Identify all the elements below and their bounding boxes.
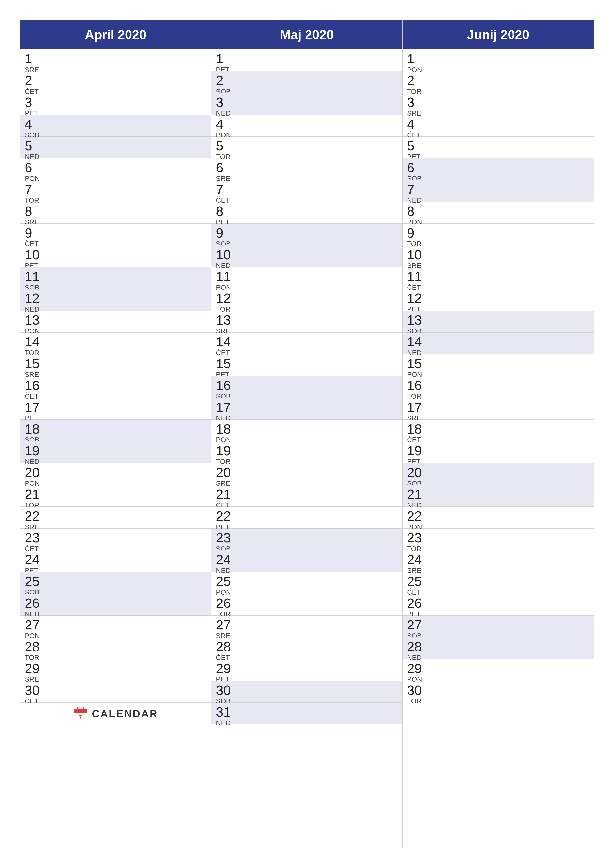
day-row: 6PON xyxy=(20,158,211,180)
day-number: 23 xyxy=(216,531,236,544)
day-number: 3 xyxy=(25,96,45,109)
month-header-junij: Junij 2020 xyxy=(403,20,594,50)
day-number: 15 xyxy=(216,357,236,370)
day-row: 4PON xyxy=(211,115,402,136)
day-row: 19NED xyxy=(20,442,211,463)
day-row: 26PET xyxy=(403,594,594,615)
day-row: 30ČET xyxy=(20,681,211,703)
day-row: 11SOB xyxy=(20,267,211,289)
day-number: 4 xyxy=(216,117,236,131)
day-row: 9TOR xyxy=(403,224,594,245)
day-number: 12 xyxy=(25,291,45,305)
day-number: 23 xyxy=(407,531,427,544)
day-row: 13SOB xyxy=(403,311,594,333)
day-row: 10PET xyxy=(20,245,211,267)
day-number: 17 xyxy=(25,400,45,414)
day-number: 11 xyxy=(407,270,427,283)
day-row: 27SRE xyxy=(211,615,402,637)
day-row: 22SRE xyxy=(20,507,211,529)
day-number: 8 xyxy=(407,205,427,218)
day-number: 4 xyxy=(407,117,427,131)
day-number: 10 xyxy=(407,248,427,261)
day-row: 27SOB xyxy=(403,615,594,637)
day-number: 21 xyxy=(407,487,427,501)
day-number: 16 xyxy=(25,378,45,392)
day-row: 26NED xyxy=(20,594,211,615)
day-row: 24PET xyxy=(20,550,211,572)
day-number: 7 xyxy=(25,183,45,196)
day-row: 15PON xyxy=(403,354,594,376)
day-number: 30 xyxy=(25,684,45,697)
day-number: 18 xyxy=(216,422,236,436)
day-row: 14ČET xyxy=(211,333,402,354)
day-row: 2SOB xyxy=(211,71,402,93)
day-number: 5 xyxy=(407,139,427,152)
day-row: 17PET xyxy=(20,398,211,420)
day-number: 29 xyxy=(407,662,427,675)
day-row: 22PON xyxy=(403,507,594,529)
day-row: 20SOB xyxy=(403,463,594,485)
day-number: 16 xyxy=(216,378,236,392)
month-header-april: April 2020 xyxy=(20,20,211,50)
day-row: 28ČET xyxy=(211,637,402,659)
day-row: 22PET xyxy=(211,507,402,529)
day-row: 7ČET xyxy=(211,180,402,202)
day-row: 2ČET xyxy=(20,71,211,93)
day-number: 23 xyxy=(25,531,45,544)
day-row: 17SRE xyxy=(403,398,594,420)
day-number: 2 xyxy=(407,74,427,87)
day-number: 17 xyxy=(407,400,427,414)
day-number: 8 xyxy=(216,205,236,218)
day-row: 13PON xyxy=(20,311,211,333)
day-number: 15 xyxy=(25,357,45,370)
day-row: 4SOB xyxy=(20,115,211,136)
day-number: 13 xyxy=(216,313,236,327)
day-number: 13 xyxy=(25,313,45,327)
month-header-maj: Maj 2020 xyxy=(211,20,402,50)
svg-text:7: 7 xyxy=(79,714,82,720)
day-number: 12 xyxy=(216,291,236,305)
day-row: 18ČET xyxy=(403,420,594,442)
day-row: 11PON xyxy=(211,267,402,289)
day-row: 27PON xyxy=(20,615,211,637)
day-number: 17 xyxy=(216,400,236,414)
day-number: 6 xyxy=(25,161,45,174)
day-row: 18SOB xyxy=(20,420,211,442)
day-number: 2 xyxy=(25,74,45,87)
day-row: 14NED xyxy=(403,333,594,354)
day-number: 7 xyxy=(216,183,236,196)
day-row: 21ČET xyxy=(211,485,402,507)
month-col-junij: Junij 20201PON2TOR3SRE4ČET5PET6SOB7NED8P… xyxy=(403,20,594,848)
day-number: 18 xyxy=(25,422,45,436)
day-number: 19 xyxy=(216,444,236,457)
day-row: 25PON xyxy=(211,572,402,594)
day-number: 14 xyxy=(407,335,427,349)
day-row: 8SRE xyxy=(20,202,211,224)
day-number: 24 xyxy=(407,553,427,566)
day-row: 1PET xyxy=(211,50,402,71)
day-row: 24NED xyxy=(211,550,402,572)
day-number: 24 xyxy=(25,553,45,566)
day-number: 24 xyxy=(216,553,236,566)
day-row: 23TOR xyxy=(403,529,594,550)
day-number: 21 xyxy=(25,487,45,501)
day-row: 29PON xyxy=(403,659,594,681)
day-row: 12NED xyxy=(20,289,211,311)
day-row: 3NED xyxy=(211,93,402,115)
day-row: 16TOR xyxy=(403,376,594,398)
day-number: 16 xyxy=(407,378,427,392)
day-number: 30 xyxy=(216,684,236,697)
day-row: 9SOB xyxy=(211,224,402,245)
day-number: 1 xyxy=(216,52,236,65)
day-row: 15PET xyxy=(211,354,402,376)
day-row: 21NED xyxy=(403,485,594,507)
day-number: 20 xyxy=(216,466,236,479)
day-number: 22 xyxy=(25,509,45,522)
day-row: 20PON xyxy=(20,463,211,485)
day-row: 30SOB xyxy=(211,681,402,703)
day-name: NED xyxy=(216,719,230,727)
day-number: 30 xyxy=(407,684,427,697)
day-row: 8PET xyxy=(211,202,402,224)
day-row: 25ČET xyxy=(403,572,594,594)
day-row: 3PET xyxy=(20,93,211,115)
